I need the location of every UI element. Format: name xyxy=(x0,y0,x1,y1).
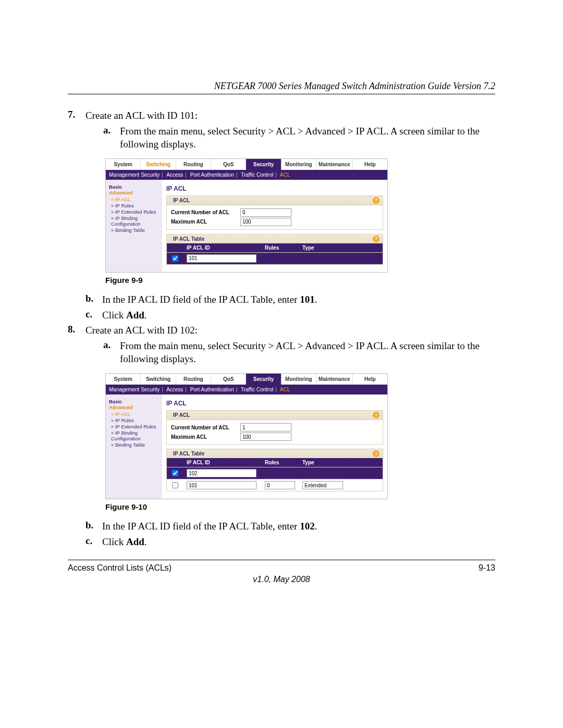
main-title: IP ACL xyxy=(166,400,383,407)
col-type: Type xyxy=(299,458,383,467)
tab-switching[interactable]: Switching xyxy=(141,159,176,170)
label-current-acl: Current Number of ACL xyxy=(171,425,236,430)
step-7a-marker: a. xyxy=(103,125,115,151)
tab-qos[interactable]: QoS xyxy=(211,159,246,170)
subtab-tc[interactable]: Traffic Control xyxy=(241,172,273,178)
footer-version: v1.0, May 2008 xyxy=(68,575,495,584)
sidebar-group-advanced[interactable]: Advanced xyxy=(109,404,159,410)
footer-right: 9-13 xyxy=(479,563,495,573)
row-ipaclid[interactable] xyxy=(187,481,256,489)
tab-switching[interactable]: Switching xyxy=(141,374,176,385)
step-7a-text: From the main menu, select Security > AC… xyxy=(120,125,495,151)
subtab-acl[interactable]: ACL xyxy=(280,387,290,392)
label-max-acl: Maximum ACL xyxy=(171,434,236,440)
tab-help[interactable]: Help xyxy=(353,374,387,385)
footer-left: Access Control Lists (ACLs) xyxy=(68,563,172,573)
figure-9-10-caption: Figure 9-10 xyxy=(105,502,495,511)
subtab-ms[interactable]: Management Security xyxy=(109,387,160,392)
input-current-acl[interactable] xyxy=(240,208,291,217)
sidebar-group-basic[interactable]: Basic xyxy=(109,399,159,404)
sidebar-item-iprules[interactable]: IP Rules xyxy=(111,203,159,208)
help-icon[interactable]: ? xyxy=(373,236,380,242)
step-7c-marker: c. xyxy=(85,309,97,322)
panel-table-title: IP ACL Table xyxy=(173,451,204,456)
input-max-acl[interactable] xyxy=(240,433,291,441)
step-8c-marker: c. xyxy=(85,535,97,549)
sidebar-group-advanced[interactable]: Advanced xyxy=(109,190,159,195)
help-icon[interactable]: ? xyxy=(373,197,380,204)
input-max-acl[interactable] xyxy=(240,218,291,226)
sidebar-item-bt[interactable]: Binding Table xyxy=(111,227,159,233)
tab-monitoring[interactable]: Monitoring xyxy=(282,374,316,385)
step-8b-text: In the IP ACL ID field of the IP ACL Tab… xyxy=(102,520,317,533)
page-header: NETGEAR 7000 Series Managed Switch Admin… xyxy=(68,81,495,92)
tab-security[interactable]: Security xyxy=(246,374,281,385)
step-8a-marker: a. xyxy=(103,339,115,366)
input-ipaclid[interactable] xyxy=(187,254,256,263)
sidebar-item-ipbind[interactable]: IP Binding Configuration xyxy=(111,215,159,227)
tab-monitoring[interactable]: Monitoring xyxy=(282,159,316,170)
panel-ipacl-title: IP ACL xyxy=(173,412,190,418)
footer-rule xyxy=(68,560,495,560)
input-current-acl[interactable] xyxy=(240,423,291,431)
step-8a-text: From the main menu, select Security > AC… xyxy=(120,339,495,366)
tab-maintenance[interactable]: Maintenance xyxy=(316,374,353,385)
sidebar-item-ipext[interactable]: IP Extended Rules xyxy=(111,209,159,215)
tab-system[interactable]: System xyxy=(106,159,141,170)
sidebar-item-ipext[interactable]: IP Extended Rules xyxy=(111,424,159,429)
figure-9-10-screenshot: System Switching Routing QoS Security Mo… xyxy=(105,373,388,499)
subtab-ms[interactable]: Management Security xyxy=(109,172,160,178)
sidebar-item-iprules[interactable]: IP Rules xyxy=(111,417,159,423)
step-8c-text: Click Add. xyxy=(102,535,147,549)
col-rules: Rules xyxy=(262,243,299,252)
step-8-marker: 8. xyxy=(68,324,80,368)
sidebar-item-ipacl[interactable]: IP ACL xyxy=(111,196,159,202)
step-7b-text: In the IP ACL ID field of the IP ACL Tab… xyxy=(102,293,317,306)
panel-table-title: IP ACL Table xyxy=(173,236,204,242)
subtab-access[interactable]: Access xyxy=(166,172,183,178)
tab-security[interactable]: Security xyxy=(246,159,281,170)
row-checkbox[interactable] xyxy=(172,255,178,262)
step-8b-marker: b. xyxy=(85,520,97,533)
tab-routing[interactable]: Routing xyxy=(176,159,211,170)
col-ipaclid: IP ACL ID xyxy=(183,458,262,467)
sidebar-item-bt[interactable]: Binding Table xyxy=(111,442,159,448)
figure-9-9-caption: Figure 9-9 xyxy=(105,276,495,285)
main-title: IP ACL xyxy=(166,185,383,192)
col-rules: Rules xyxy=(262,458,299,467)
tab-routing[interactable]: Routing xyxy=(176,374,211,385)
help-icon[interactable]: ? xyxy=(373,450,380,457)
tab-system[interactable]: System xyxy=(106,374,141,385)
sidebar-group-basic[interactable]: Basic xyxy=(109,184,159,190)
subtab-access[interactable]: Access xyxy=(166,387,183,392)
input-ipaclid[interactable] xyxy=(187,469,256,477)
label-max-acl: Maximum ACL xyxy=(171,219,236,225)
row-checkbox[interactable] xyxy=(172,482,178,488)
panel-ipacl-title: IP ACL xyxy=(173,198,190,203)
tab-qos[interactable]: QoS xyxy=(211,374,246,385)
help-icon[interactable]: ? xyxy=(373,412,380,418)
sidebar-item-ipbind[interactable]: IP Binding Configuration xyxy=(111,430,159,441)
tab-help[interactable]: Help xyxy=(353,159,387,170)
step-7c-text: Click Add. xyxy=(102,309,147,322)
step-7b-marker: b. xyxy=(85,293,97,306)
header-rule xyxy=(68,94,495,94)
subtab-pa[interactable]: Port Authentication xyxy=(190,387,234,392)
row-rules[interactable] xyxy=(265,481,295,489)
col-type: Type xyxy=(299,243,383,252)
tab-maintenance[interactable]: Maintenance xyxy=(316,159,353,170)
figure-9-9-screenshot: System Switching Routing QoS Security Mo… xyxy=(105,158,388,273)
subtab-acl[interactable]: ACL xyxy=(280,172,290,178)
step-7-text: Create an ACL with ID 101: xyxy=(85,109,495,122)
label-current-acl: Current Number of ACL xyxy=(171,209,236,215)
subtab-tc[interactable]: Traffic Control xyxy=(241,387,273,392)
row-checkbox[interactable] xyxy=(172,470,178,476)
sidebar-item-ipacl[interactable]: IP ACL xyxy=(111,411,159,417)
step-8-text: Create an ACL with ID 102: xyxy=(85,324,495,337)
step-7-marker: 7. xyxy=(68,109,80,153)
col-ipaclid: IP ACL ID xyxy=(183,243,262,252)
row-type[interactable] xyxy=(302,481,343,489)
subtab-pa[interactable]: Port Authentication xyxy=(190,172,234,178)
